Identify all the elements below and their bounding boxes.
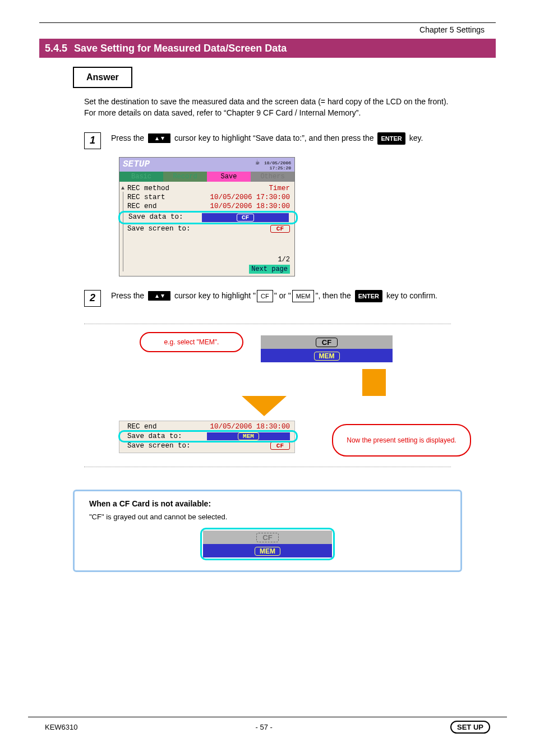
footer-model: KEW6310 bbox=[45, 723, 78, 731]
tab-record[interactable]: Record bbox=[163, 172, 207, 182]
option-callout-bubble: e.g. select "MEM". bbox=[140, 332, 243, 352]
note-option-list: CF MEM bbox=[200, 528, 335, 560]
row-save-data-label[interactable]: Save data to: bbox=[128, 213, 183, 222]
step2-mid2: " or " bbox=[274, 291, 291, 300]
row-save-screen-value: CF bbox=[270, 225, 290, 233]
row-rec-end-label: REC end bbox=[127, 202, 157, 210]
after-rec-end-value: 10/05/2006 18:30:00 bbox=[210, 423, 290, 431]
option-cf[interactable]: CF bbox=[261, 335, 393, 349]
step1-pre: Press the bbox=[111, 133, 146, 142]
tab-save[interactable]: Save bbox=[207, 172, 251, 182]
scroll-up-icon: ▲ bbox=[121, 185, 124, 191]
footer-page-number: - 57 - bbox=[256, 723, 273, 731]
svg-marker-0 bbox=[155, 137, 159, 140]
section-title: Save Setting for Measured Data/Screen Da… bbox=[74, 43, 287, 54]
row-save-screen-label: Save screen to: bbox=[127, 225, 191, 233]
step1-mid: cursor key to highlight “Save data to:”,… bbox=[174, 133, 376, 142]
step2-mid1: cursor key to highlight " bbox=[174, 291, 256, 300]
row-save-data-value[interactable]: CF bbox=[202, 213, 289, 222]
step2-mid3: ", then the bbox=[315, 291, 353, 300]
step2-post: key to confirm. bbox=[386, 291, 437, 300]
device-screen-1: SETUP ☕ 10/05/2006 17:25:20 Basic Record… bbox=[119, 157, 295, 276]
scroll-bar bbox=[123, 192, 123, 271]
chapter-ref: Chapter 5 Settings bbox=[28, 25, 485, 34]
step2-pre: Press the bbox=[111, 291, 146, 300]
option-mem[interactable]: MEM bbox=[261, 349, 393, 362]
note-option-cf-disabled: CF bbox=[203, 531, 332, 544]
down-arrow-icon bbox=[241, 369, 507, 416]
cursor-updown-icon-2 bbox=[148, 291, 170, 301]
answer-box: Answer bbox=[73, 67, 132, 88]
next-page-button[interactable]: Next page bbox=[249, 265, 290, 274]
after-save-screen-value: CF bbox=[270, 442, 290, 450]
row-rec-method-label: REC method bbox=[127, 185, 169, 192]
enter-key-icon-2: ENTER bbox=[355, 290, 382, 303]
after-save-screen-label: Save screen to: bbox=[127, 442, 191, 450]
device-date: 10/05/2006 bbox=[264, 160, 291, 165]
after-rec-end-label: REC end bbox=[127, 423, 157, 431]
dotted-rule bbox=[84, 324, 451, 324]
cf-small-box: CF bbox=[257, 290, 273, 303]
note-option-mem[interactable]: MEM bbox=[203, 544, 332, 557]
after-callout-bubble: Now the present setting is displayed. bbox=[332, 424, 471, 457]
note-body: "CF" is grayed out and cannot be selecte… bbox=[89, 513, 446, 521]
option-list: CF MEM bbox=[261, 335, 393, 362]
device-clock: ☕ 10/05/2006 17:25:20 bbox=[255, 159, 291, 170]
intro-paragraph: Set the destination to save the measured… bbox=[84, 96, 451, 119]
section-heading: 5.4.5 Save Setting for Measured Data/Scr… bbox=[39, 39, 496, 58]
cursor-updown-icon bbox=[148, 133, 170, 143]
device-time: 17:25:20 bbox=[270, 165, 291, 170]
after-save-data-label[interactable]: Save data to: bbox=[127, 432, 182, 440]
row-rec-method-value: Timer bbox=[269, 185, 290, 192]
row-rec-start-value: 10/05/2006 17:30:00 bbox=[210, 193, 290, 201]
mem-small-box: MEM bbox=[292, 290, 315, 303]
page-footer: KEW6310 - 57 - SET UP bbox=[28, 717, 507, 734]
tab-basic[interactable]: Basic bbox=[119, 172, 163, 182]
after-save-data-value[interactable]: MEM bbox=[207, 432, 290, 440]
step1-post: key. bbox=[409, 133, 423, 142]
svg-marker-2 bbox=[155, 294, 159, 298]
step-1-number: 1 bbox=[84, 132, 101, 149]
row-rec-end-value: 10/05/2006 18:30:00 bbox=[210, 202, 290, 210]
clock-icon: ☕ bbox=[255, 159, 260, 166]
device-title: SETUP bbox=[123, 159, 150, 169]
step-2-text: Press the cursor key to highlight "CF" o… bbox=[111, 290, 437, 303]
step-2-number: 2 bbox=[84, 290, 101, 307]
svg-marker-1 bbox=[161, 137, 164, 140]
section-number: 5.4.5 bbox=[45, 43, 67, 54]
note-title: When a CF Card is not available: bbox=[89, 499, 446, 508]
device-page-indicator: 1/2 bbox=[127, 256, 290, 264]
dotted-rule-2 bbox=[84, 467, 451, 467]
row-rec-start-label: REC start bbox=[127, 193, 165, 201]
enter-key-icon: ENTER bbox=[377, 132, 405, 145]
tab-others[interactable]: Others bbox=[251, 172, 294, 182]
svg-marker-3 bbox=[161, 294, 164, 298]
step-1-text: Press the cursor key to highlight “Save … bbox=[111, 132, 423, 145]
setup-pill-icon: SET UP bbox=[450, 721, 490, 734]
device-screen-2: REC end 10/05/2006 18:30:00 Save data to… bbox=[119, 421, 295, 453]
note-box: When a CF Card is not available: "CF" is… bbox=[73, 490, 462, 572]
